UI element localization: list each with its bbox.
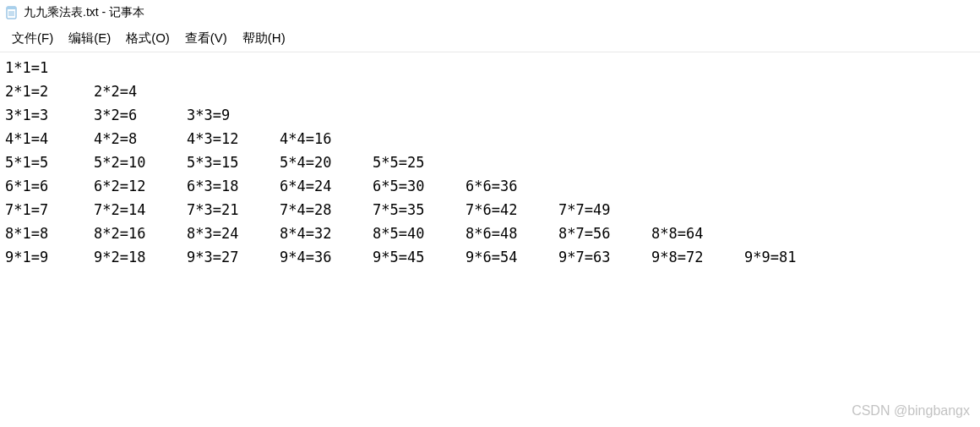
menu-edit[interactable]: 编辑(E)	[62, 29, 117, 48]
text-cell: 6*2=12	[94, 174, 187, 198]
text-cell: 3*1=3	[5, 103, 94, 127]
notepad-icon	[5, 6, 19, 19]
text-cell: 5*3=15	[187, 151, 280, 174]
text-cell: 9*7=63	[558, 245, 651, 269]
text-cell: 4*2=8	[94, 127, 187, 151]
text-cell: 4*3=12	[187, 127, 280, 151]
text-cell: 1*1=1	[5, 56, 94, 79]
menu-view[interactable]: 查看(V)	[178, 29, 234, 48]
text-cell: 7*1=7	[5, 198, 94, 222]
text-cell: 9*8=72	[651, 245, 744, 269]
text-line: 3*1=33*2=63*3=9	[5, 103, 975, 127]
menu-format[interactable]: 格式(O)	[119, 29, 177, 48]
text-cell: 8*8=64	[651, 222, 744, 245]
text-cell: 9*6=54	[466, 245, 558, 269]
text-cell: 9*4=36	[280, 245, 373, 269]
text-cell: 9*1=9	[5, 245, 94, 269]
menu-file[interactable]: 文件(F)	[5, 29, 60, 48]
text-cell: 7*3=21	[187, 198, 280, 222]
text-cell: 8*6=48	[466, 222, 558, 245]
text-line: 5*1=55*2=105*3=155*4=205*5=25	[5, 151, 975, 174]
window-titlebar: 九九乘法表.txt - 记事本	[0, 0, 980, 25]
window-title: 九九乘法表.txt - 记事本	[24, 5, 144, 20]
text-cell: 3*3=9	[187, 103, 280, 127]
text-cell: 5*1=5	[5, 151, 94, 174]
text-cell: 6*3=18	[187, 174, 280, 198]
text-cell: 9*2=18	[94, 245, 187, 269]
text-cell: 7*5=35	[373, 198, 466, 222]
text-cell: 8*1=8	[5, 222, 94, 245]
text-cell: 6*5=30	[373, 174, 466, 198]
text-cell: 9*5=45	[373, 245, 466, 269]
text-cell: 7*6=42	[466, 198, 558, 222]
text-area[interactable]: 1*1=12*1=22*2=43*1=33*2=63*3=94*1=44*2=8…	[0, 52, 980, 272]
text-cell: 8*3=24	[187, 222, 280, 245]
text-cell: 2*1=2	[5, 79, 94, 103]
text-cell: 4*1=4	[5, 127, 94, 151]
text-line: 1*1=1	[5, 56, 975, 79]
text-cell: 7*4=28	[280, 198, 373, 222]
text-cell: 7*7=49	[558, 198, 651, 222]
menubar: 文件(F) 编辑(E) 格式(O) 查看(V) 帮助(H)	[0, 25, 980, 52]
text-cell: 2*2=4	[94, 79, 187, 103]
text-cell: 6*4=24	[280, 174, 373, 198]
text-cell: 5*4=20	[280, 151, 373, 174]
text-cell: 6*1=6	[5, 174, 94, 198]
text-line: 4*1=44*2=84*3=124*4=16	[5, 127, 975, 151]
text-cell: 3*2=6	[94, 103, 187, 127]
text-cell: 7*2=14	[94, 198, 187, 222]
text-cell: 8*4=32	[280, 222, 373, 245]
svg-rect-1	[7, 7, 16, 9]
text-line: 7*1=77*2=147*3=217*4=287*5=357*6=427*7=4…	[5, 198, 975, 222]
text-line: 6*1=66*2=126*3=186*4=246*5=306*6=36	[5, 174, 975, 198]
text-cell: 8*7=56	[558, 222, 651, 245]
text-cell: 6*6=36	[466, 174, 558, 198]
text-cell: 4*4=16	[280, 127, 373, 151]
text-line: 2*1=22*2=4	[5, 79, 975, 103]
text-line: 8*1=88*2=168*3=248*4=328*5=408*6=488*7=5…	[5, 222, 975, 245]
text-cell: 5*5=25	[373, 151, 466, 174]
text-cell: 5*2=10	[94, 151, 187, 174]
text-cell: 8*2=16	[94, 222, 187, 245]
menu-help[interactable]: 帮助(H)	[236, 29, 292, 48]
text-cell: 9*3=27	[187, 245, 280, 269]
text-cell: 8*5=40	[373, 222, 466, 245]
text-line: 9*1=99*2=189*3=279*4=369*5=459*6=549*7=6…	[5, 245, 975, 269]
watermark: CSDN @bingbangx	[852, 403, 970, 419]
text-cell: 9*9=81	[744, 245, 837, 269]
